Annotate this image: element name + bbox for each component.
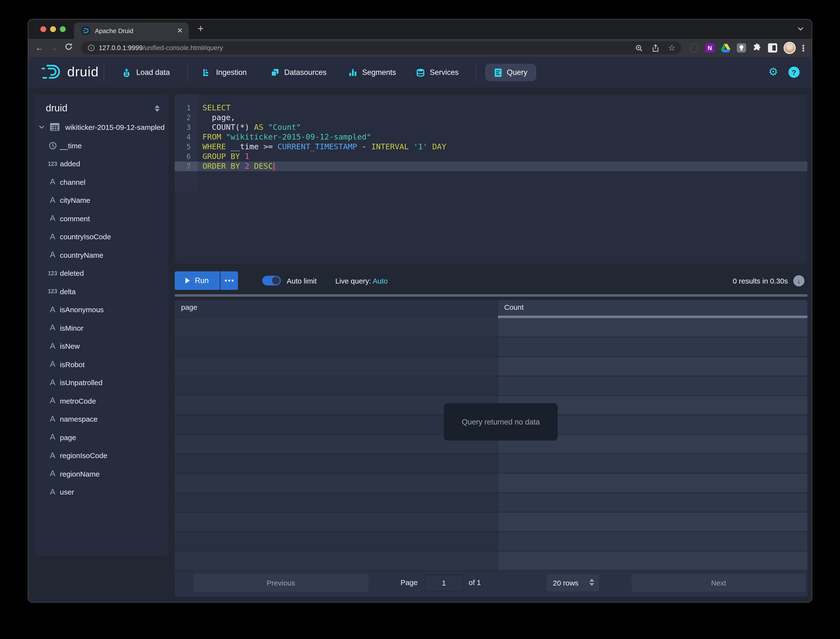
line-number: 7 bbox=[175, 161, 191, 171]
column-item-regionName[interactable]: AregionName bbox=[34, 466, 168, 481]
rows-per-page-select[interactable]: 20 rows bbox=[547, 574, 599, 591]
column-item-isMinor[interactable]: AisMinor bbox=[34, 321, 168, 335]
editor-line-2[interactable]: 2 page, bbox=[175, 113, 807, 122]
query-editor[interactable]: 1SELECT2 page,3 COUNT(*) AS "Count"4FROM… bbox=[175, 94, 807, 264]
column-item-countryIsoCode[interactable]: AcountryIsoCode bbox=[34, 229, 168, 244]
column-item-channel[interactable]: Achannel bbox=[34, 175, 168, 189]
nav-label: Datasources bbox=[284, 68, 327, 76]
pane-splitter[interactable] bbox=[175, 294, 807, 297]
druid-logo[interactable]: druid bbox=[41, 63, 99, 81]
browser-toolbar: ← → 127.0.0.1:9999/unified-console.html#… bbox=[28, 39, 812, 57]
column-item-regionIsoCode[interactable]: AregionIsoCode bbox=[34, 448, 168, 463]
column-label: namespace bbox=[60, 415, 97, 423]
share-icon[interactable] bbox=[652, 44, 660, 52]
bookmark-star-icon[interactable]: ☆ bbox=[668, 43, 676, 53]
download-icon[interactable]: ↓ bbox=[793, 275, 805, 286]
header-divider bbox=[187, 64, 188, 81]
column-label: comment bbox=[60, 214, 90, 223]
extension-z-icon[interactable]: Z bbox=[690, 43, 699, 52]
column-item-deleted[interactable]: 123deleted bbox=[34, 266, 168, 280]
close-window-button[interactable] bbox=[40, 26, 46, 32]
editor-line-5[interactable]: 5WHERE __time >= CURRENT_TIMESTAMP - INT… bbox=[175, 142, 807, 152]
column-item-__time[interactable]: __time bbox=[34, 138, 168, 153]
column-item-delta[interactable]: 123delta bbox=[34, 284, 168, 299]
column-item-cityName[interactable]: AcityName bbox=[34, 193, 168, 207]
back-button[interactable]: ← bbox=[32, 43, 47, 53]
previous-page-button[interactable]: Previous bbox=[193, 574, 368, 592]
nav-query[interactable]: Query bbox=[485, 64, 536, 81]
nav-label: Segments bbox=[362, 68, 396, 76]
onenote-extension-icon[interactable]: N bbox=[705, 43, 714, 52]
lamp-extension-icon[interactable] bbox=[737, 43, 746, 52]
run-more-button[interactable] bbox=[220, 271, 238, 290]
nav-datasources[interactable]: Datasources bbox=[271, 57, 327, 87]
editor-line-7[interactable]: 7ORDER BY 2 DESC bbox=[175, 161, 807, 171]
extensions-puzzle-icon[interactable] bbox=[752, 43, 762, 52]
nav-label: Services bbox=[430, 68, 459, 76]
nav-ingestion[interactable]: Ingestion bbox=[202, 57, 247, 87]
sort-icon[interactable] bbox=[155, 105, 159, 112]
url-text: 127.0.0.1:9999/unified-console.html#quer… bbox=[99, 44, 223, 52]
zoom-icon[interactable] bbox=[635, 44, 643, 52]
nav-services[interactable]: Services bbox=[416, 57, 459, 87]
segments-icon bbox=[349, 68, 357, 76]
column-item-namespace[interactable]: Anamespace bbox=[34, 412, 168, 426]
new-tab-button[interactable]: + bbox=[198, 23, 204, 35]
app-body: druid wikiticker-2015-09-12-sampled __ti… bbox=[28, 87, 812, 602]
column-label: isNew bbox=[60, 342, 80, 350]
reload-button[interactable] bbox=[61, 43, 76, 53]
google-drive-extension-icon[interactable] bbox=[721, 43, 730, 52]
next-page-button[interactable]: Next bbox=[632, 574, 805, 592]
column-label: page bbox=[60, 433, 76, 441]
tab-search-chevron-icon[interactable] bbox=[797, 25, 804, 34]
tab-close-icon[interactable]: ✕ bbox=[177, 26, 183, 35]
code-text: FROM "wikiticker-2015-09-12-sampled" bbox=[202, 132, 371, 142]
auto-limit-toggle[interactable] bbox=[262, 276, 281, 286]
chevron-down-icon[interactable] bbox=[38, 124, 45, 130]
column-item-page[interactable]: Apage bbox=[34, 430, 168, 445]
column-item-isAnonymous[interactable]: AisAnonymous bbox=[34, 302, 168, 317]
minimize-window-button[interactable] bbox=[50, 26, 56, 32]
column-header-count[interactable]: Count bbox=[504, 303, 524, 311]
editor-line-4[interactable]: 4FROM "wikiticker-2015-09-12-sampled" bbox=[175, 132, 807, 142]
column-item-user[interactable]: Auser bbox=[34, 485, 168, 499]
browser-tab[interactable]: Apache Druid ✕ bbox=[74, 22, 189, 39]
column-item-metroCode[interactable]: AmetroCode bbox=[34, 393, 168, 408]
address-bar[interactable]: 127.0.0.1:9999/unified-console.html#quer… bbox=[81, 41, 681, 54]
help-icon[interactable]: ? bbox=[788, 67, 800, 78]
table-row bbox=[175, 474, 807, 493]
run-button[interactable]: Run bbox=[175, 271, 220, 290]
page-number-input[interactable]: 1 bbox=[425, 574, 463, 591]
column-item-countryName[interactable]: AcountryName bbox=[34, 248, 168, 262]
table-row bbox=[175, 357, 807, 377]
results-panel: page Count Query returned no data Previo… bbox=[175, 300, 807, 597]
line-number: 3 bbox=[175, 122, 191, 132]
settings-gear-icon[interactable]: ⚙ bbox=[768, 66, 778, 78]
column-label: regionIsoCode bbox=[60, 451, 107, 459]
desktop: Apache Druid ✕ + ← → 127.0.0.1:9999/unif… bbox=[0, 0, 840, 639]
datasources-icon bbox=[271, 68, 279, 76]
browser-menu-icon[interactable]: ••• bbox=[802, 44, 805, 52]
column-header-page[interactable]: page bbox=[181, 303, 198, 311]
editor-line-6[interactable]: 6GROUP BY 1 bbox=[175, 152, 807, 161]
column-item-isUnpatrolled[interactable]: AisUnpatrolled bbox=[34, 375, 168, 390]
column-item-isNew[interactable]: AisNew bbox=[34, 339, 168, 353]
profile-avatar[interactable] bbox=[784, 42, 796, 54]
site-info-icon[interactable] bbox=[88, 44, 95, 52]
column-item-comment[interactable]: Acomment bbox=[34, 211, 168, 226]
column-item-isRobot[interactable]: AisRobot bbox=[34, 357, 168, 372]
maximize-window-button[interactable] bbox=[60, 26, 66, 32]
reader-extension-icon[interactable] bbox=[768, 43, 777, 52]
column-label: user bbox=[60, 488, 74, 496]
datasource-item[interactable]: wikiticker-2015-09-12-sampled bbox=[34, 120, 168, 134]
nav-load-data[interactable]: Load data bbox=[122, 57, 170, 87]
forward-button[interactable]: → bbox=[47, 43, 61, 53]
nav-segments[interactable]: Segments bbox=[349, 57, 396, 87]
column-item-added[interactable]: 123added bbox=[34, 156, 168, 171]
editor-line-1[interactable]: 1SELECT bbox=[175, 103, 807, 113]
line-number: 5 bbox=[175, 142, 191, 152]
live-query-label[interactable]: Live query: Auto bbox=[335, 277, 387, 285]
table-row bbox=[175, 552, 807, 571]
editor-line-3[interactable]: 3 COUNT(*) AS "Count" bbox=[175, 122, 807, 132]
double-caret-icon bbox=[589, 579, 594, 586]
